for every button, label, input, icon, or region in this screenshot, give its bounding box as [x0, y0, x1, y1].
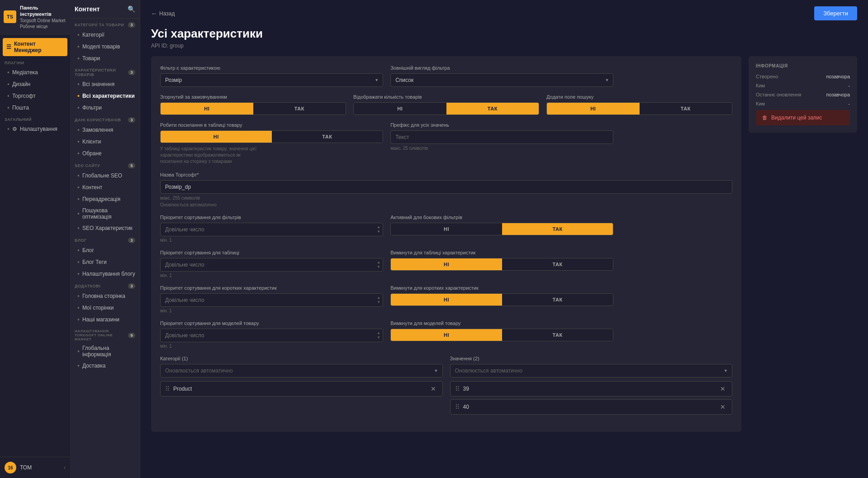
sidebar-footer: 16 ТОМ ‹ — [0, 457, 70, 478]
sort-table-input[interactable] — [160, 258, 383, 272]
nav-products[interactable]: Товари — [70, 53, 140, 64]
nav-product-models[interactable]: Моделі товарів — [70, 41, 140, 53]
sidebar-item-design[interactable]: Дизайн — [0, 78, 70, 90]
nav-redirects[interactable]: Переадресація — [70, 193, 140, 205]
disable-short-tak-btn[interactable]: ТАК — [502, 294, 613, 306]
back-link[interactable]: ← Назад — [151, 10, 175, 17]
sidebar-item-mediatek[interactable]: Медіатека — [0, 67, 70, 78]
nav-categories[interactable]: Категорії — [70, 29, 140, 41]
sort-short-min: мін. 1 — [160, 308, 383, 313]
sidebar-collapse-icon[interactable]: ‹ — [64, 464, 66, 471]
disable-table-tak-btn[interactable]: ТАК — [502, 258, 613, 270]
nav-orders[interactable]: Замовлення — [70, 124, 140, 136]
link-table-hi-btn[interactable]: НІ — [161, 131, 272, 143]
nav-favorites[interactable]: Обране — [70, 148, 140, 159]
updated-by-value: - — [848, 101, 850, 106]
sidebar-item-torgsoft[interactable]: Торгсофт — [0, 90, 70, 102]
sidebar-item-settings[interactable]: ⚙ Налаштування — [0, 123, 70, 135]
nav-all-values[interactable]: Всі значення — [70, 78, 140, 90]
nav-my-pages[interactable]: Мої сторінки — [70, 302, 140, 314]
row-sort-models: Пріоритет сортування для моделей товару … — [160, 320, 732, 349]
section-torgsoft-settings: НАЛАШТУВАННЯ TORGSOFT ONLINE MARKET 9 — [70, 325, 140, 343]
nav-seo-chars[interactable]: SEO Характеристик — [70, 222, 140, 234]
nav-blog-settings[interactable]: Налаштування блогу — [70, 268, 140, 280]
disable-table-hi-btn[interactable]: НІ — [391, 258, 502, 270]
disable-models-tak-btn[interactable]: ТАК — [502, 329, 613, 341]
values-select-wrapper: Оновлюється автоматично — [450, 364, 733, 378]
value-40-remove-btn[interactable]: ✕ — [718, 403, 727, 411]
sidebar-item-mail[interactable]: Пошта — [0, 102, 70, 114]
value-40: 40 — [463, 404, 715, 410]
sort-short-up[interactable]: ▲ — [375, 296, 382, 300]
active-side-tak-btn[interactable]: ТАК — [502, 223, 613, 235]
sort-short-down[interactable]: ▼ — [375, 300, 382, 305]
nav-filters[interactable]: Фільтри — [70, 102, 140, 114]
collapsed-tak-btn[interactable]: ТАК — [253, 103, 346, 115]
disable-short-hi-btn[interactable]: НІ — [391, 294, 502, 306]
values-select[interactable]: Оновлюється автоматично — [450, 364, 733, 378]
filter-char-select[interactable]: Розмір — [160, 73, 383, 87]
filter-view-select[interactable]: Список — [390, 73, 613, 87]
disable-models-hi-btn[interactable]: НІ — [391, 329, 502, 341]
active-side-hi-btn[interactable]: НІ — [391, 223, 502, 235]
sort-models-up[interactable]: ▲ — [375, 331, 382, 335]
drag-handle-icon[interactable]: ⠿ — [165, 385, 170, 392]
categories-section: Категорії (1) Оновлюється автоматично ⠿ … — [160, 356, 443, 417]
sort-models-arrows: ▲ ▼ — [375, 329, 382, 342]
sort-filters-input[interactable] — [160, 223, 383, 236]
link-table-tak-btn[interactable]: ТАК — [272, 131, 383, 143]
add-search-hi-btn[interactable]: НІ — [547, 103, 640, 115]
sort-models-down[interactable]: ▼ — [375, 335, 382, 340]
sort-filters-up[interactable]: ▲ — [375, 225, 382, 229]
created-by-value: - — [848, 83, 850, 88]
content-panel-header: Контент 🔍 — [70, 0, 140, 19]
sidebar-logo: TS — [4, 10, 16, 23]
api-id: API ID: group — [151, 43, 857, 49]
prefix-input[interactable] — [390, 130, 613, 144]
content-search-button[interactable]: 🔍 — [128, 5, 135, 13]
sort-table-up[interactable]: ▲ — [375, 260, 382, 265]
section-user-data: ДАНІ КОРИСТУВАЧІВ 3 — [70, 114, 140, 124]
torgsoft-name-label: Назва Торгсофт* — [160, 172, 732, 177]
nav-blog[interactable]: Блог — [70, 244, 140, 256]
categories-select[interactable]: Оновлюється автоматично — [160, 364, 443, 378]
collapsed-hi-btn[interactable]: НІ — [161, 103, 253, 115]
link-table-toggle: НІ ТАК — [160, 130, 383, 143]
sort-table-down[interactable]: ▼ — [375, 265, 382, 269]
sidebar-item-content-manager[interactable]: ☰ Контент Менеджер — [3, 38, 67, 56]
sort-models-min: мін. 1 — [160, 344, 383, 349]
nav-content[interactable]: Контент — [70, 182, 140, 193]
delete-button[interactable]: 🗑 Видалити цей запис — [756, 110, 850, 125]
group-show-count: Відображати кількість товарів НІ ТАК — [353, 94, 539, 115]
row-sort-filters: Пріоритет сортування для фільтрів ▲ ▼ мі… — [160, 215, 732, 243]
nav-all-chars[interactable]: Всі характеристики — [70, 90, 140, 102]
nav-delivery[interactable]: Доставка — [70, 360, 140, 372]
sort-models-input[interactable] — [160, 329, 383, 342]
sort-short-input[interactable] — [160, 293, 383, 307]
disable-short-toggle: НІ ТАК — [390, 293, 613, 306]
nav-home[interactable]: Головна сторінка — [70, 290, 140, 302]
category-remove-btn[interactable]: ✕ — [429, 385, 438, 392]
value-39-remove-btn[interactable]: ✕ — [718, 385, 727, 392]
categories-values-grid: Категорії (1) Оновлюється автоматично ⠿ … — [160, 356, 732, 417]
show-count-tak-btn[interactable]: ТАК — [446, 103, 539, 115]
sidebar: TS Панель інструментів Torgsoft Online M… — [0, 0, 70, 478]
form-sidebar: ІНФОРМАЦІЯ Створено позавчора Ким - Оста… — [749, 56, 857, 439]
show-count-hi-btn[interactable]: НІ — [354, 103, 446, 115]
torgsoft-name-input[interactable] — [160, 180, 732, 194]
drag-handle-icon-40[interactable]: ⠿ — [455, 403, 460, 411]
save-button[interactable]: Зберегти — [814, 6, 857, 20]
group-collapsed: Згорнутий за замовчуванням НІ ТАК — [160, 94, 346, 115]
nav-search-opt[interactable]: Пошукова оптимізація — [70, 205, 140, 222]
nav-clients[interactable]: Клієнти — [70, 136, 140, 148]
drag-handle-icon-39[interactable]: ⠿ — [455, 385, 460, 392]
nav-global-seo[interactable]: Глобальне SEO — [70, 170, 140, 182]
sort-filters-down[interactable]: ▼ — [375, 229, 382, 234]
nav-our-shops[interactable]: Наші магазини — [70, 314, 140, 325]
nav-global-info[interactable]: Глобальна інформація — [70, 343, 140, 360]
nav-blog-tags[interactable]: Блог Теги — [70, 256, 140, 268]
add-search-tak-btn[interactable]: ТАК — [640, 103, 732, 115]
value-row-40: ⠿ 40 ✕ — [450, 399, 733, 415]
row-sort-short: Пріоритет сортування для коротких характ… — [160, 285, 732, 313]
form-main: Фільтр є характеристикою Розмір Зовнішні… — [151, 56, 741, 439]
